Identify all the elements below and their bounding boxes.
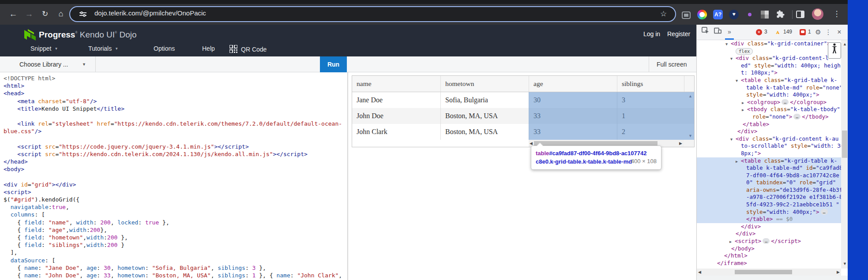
tree-line[interactable]: 8px;">	[697, 150, 841, 157]
collapsed-arrow-icon[interactable]: ▶	[742, 99, 747, 107]
code-line[interactable]: <meta charset="utf-8"/>	[0, 97, 347, 105]
code-line[interactable]: { field: "age",width:200},	[0, 226, 347, 234]
expanded-arrow-icon[interactable]: ▼	[736, 77, 741, 85]
close-icon[interactable]: ×	[834, 25, 845, 40]
login-link[interactable]: Log in	[643, 30, 660, 37]
color-wheel-extension-icon[interactable]	[697, 10, 707, 19]
devtools-horizontal-scrollbar[interactable]: ◀ ▶	[697, 269, 841, 276]
full-screen-link[interactable]: Full screen	[657, 56, 687, 72]
tree-line[interactable]: </iframe>	[697, 260, 841, 267]
code-line[interactable]: navigatable:true,	[0, 203, 347, 211]
expanded-arrow-icon[interactable]: ▼	[730, 136, 736, 143]
issues-badge-icon[interactable]	[800, 29, 806, 35]
tree-line[interactable]: ▶<script>…</script>	[697, 238, 841, 245]
side-panel-icon[interactable]	[796, 11, 804, 18]
menu-qr-code[interactable]: QR Code	[229, 45, 267, 53]
device-toolbar-icon[interactable]	[712, 25, 723, 40]
tree-line[interactable]: -a978-c27006f2192e e1f381b6-8	[697, 194, 841, 201]
devtools-menu-dots-icon[interactable]: ⋮	[823, 25, 833, 40]
grid-header-hometown[interactable]: hometown	[440, 76, 529, 92]
collapsed-arrow-icon[interactable]: ▶	[729, 238, 735, 246]
grid-vscroll-down-icon[interactable]: ▼	[688, 134, 692, 138]
code-line[interactable]: { field: "hometown",width:200 },	[0, 234, 347, 241]
inspect-element-icon[interactable]	[699, 25, 711, 40]
tree-line[interactable]: role="none">…</tbody>	[697, 113, 841, 121]
grid-cell-hometown[interactable]: Boston, MA, USA	[440, 108, 529, 124]
code-line[interactable]: { name: "Jane Doe", age: 30, hometown: "…	[0, 264, 347, 272]
tree-line[interactable]: </html>	[697, 252, 841, 260]
grid-cell-name[interactable]: Jane Doe	[352, 92, 440, 108]
tree-line[interactable]: </table> == $0	[697, 216, 841, 223]
error-badge-icon[interactable]: ✕	[756, 29, 762, 35]
code-line[interactable]: blue.css"/>	[0, 127, 347, 135]
tree-line[interactable]: </table>	[697, 121, 841, 128]
tree-line[interactable]: aria-owns="de13d9f6-28fe-4b3f	[697, 187, 841, 194]
tree-line[interactable]: </div>	[697, 128, 841, 135]
collapsed-arrow-icon[interactable]: ▶	[742, 106, 747, 114]
tree-line[interactable]: 0" tabindex="0" role="grid"	[697, 179, 841, 187]
tree-line[interactable]: ▶<colgroup>…</colgroup>	[697, 99, 841, 106]
grid-vscroll-up-icon[interactable]: ▲	[688, 94, 692, 98]
tree-line[interactable]: </body>	[697, 245, 841, 253]
brand-title[interactable]: Progress® Kendo UI® Dojo	[39, 30, 137, 40]
bookmark-star-icon[interactable]: ☆	[660, 9, 667, 19]
scroll-up-icon[interactable]: ▲	[843, 42, 847, 46]
code-line[interactable]: <script src="https://kendo.cdn.telerik.c…	[0, 150, 347, 158]
code-line[interactable]: <title>Kendo UI Snippet</title>	[0, 105, 347, 112]
tree-line[interactable]: 7-df00-4f64-9bd8-ac107742c8e	[697, 172, 841, 179]
url-text[interactable]: dojo.telerik.com/@pmilchev/OnoPacic	[94, 9, 206, 17]
scrollbar-thumb[interactable]	[534, 141, 658, 146]
menu-help[interactable]: Help	[202, 45, 215, 52]
code-line[interactable]: <head>	[0, 90, 347, 97]
code-line[interactable]	[0, 173, 347, 180]
devtools-vertical-scrollbar[interactable]: ▲ ▼	[841, 40, 848, 269]
tree-line[interactable]: ▶<table class="k-grid-table k-	[697, 157, 841, 165]
code-line[interactable]: { field: "siblings",width:200 }	[0, 241, 347, 249]
extensions-puzzle-icon[interactable]	[776, 10, 785, 19]
tree-line[interactable]: flex	[697, 48, 841, 55]
profile-avatar[interactable]	[812, 8, 823, 20]
menu-tutorials[interactable]: Tutorials▼	[88, 45, 118, 52]
extension-capture-icon[interactable]	[682, 11, 691, 19]
register-link[interactable]: Register	[667, 30, 690, 37]
grid-header-siblings[interactable]: siblings	[617, 76, 684, 92]
code-line[interactable]: <script src="https://code.jquery.com/jqu…	[0, 143, 347, 150]
code-line[interactable]: { field: "name", width: 200, locked: tru…	[0, 219, 347, 226]
tree-line[interactable]: table k-table-md" role="none"	[697, 84, 841, 92]
scroll-right-icon[interactable]: ▶	[679, 141, 682, 146]
site-info-icon[interactable]	[79, 10, 88, 19]
tree-line[interactable]: table k-table-md" id="ca9fad8	[697, 164, 841, 172]
menu-options[interactable]: Options	[154, 45, 175, 52]
forward-icon[interactable]: →	[22, 4, 37, 25]
tree-line[interactable]: ▼<div class="k-grid-content-l	[697, 55, 841, 62]
code-line[interactable]: <script>	[0, 188, 347, 196]
tree-line[interactable]: ▼<table class="k-grid-table k-	[697, 77, 841, 84]
tree-line[interactable]: style="width: 400px;">…	[697, 209, 841, 216]
tree-line[interactable]: ▶<tbody class="k-table-tbody"	[697, 106, 841, 113]
scrollbar-thumb[interactable]	[842, 131, 847, 158]
tree-line[interactable]: </div>	[697, 230, 841, 238]
tree-line[interactable]: ▼<div class="k-grid-container">	[697, 40, 841, 48]
tree-line[interactable]: to-scrollable" style="width: 36	[697, 142, 841, 150]
reload-icon[interactable]: ↻	[38, 4, 53, 25]
more-tabs-icon[interactable]: »	[723, 25, 736, 40]
grid-cell-hometown[interactable]: Sofia, Bulgaria	[440, 92, 529, 108]
code-line[interactable]: </head>	[0, 158, 347, 165]
error-count[interactable]: 3	[764, 25, 767, 40]
choose-library-dropdown[interactable]: Choose Library ...	[19, 56, 68, 72]
code-line[interactable]: <link rel="stylesheet" href="https://ken…	[0, 120, 347, 127]
run-button[interactable]: Run	[320, 56, 347, 72]
warning-badge-icon[interactable]: ▲!	[775, 28, 781, 36]
tree-line[interactable]: </div>	[697, 223, 841, 231]
code-line[interactable]: ],	[0, 249, 347, 256]
code-line[interactable]: <!DOCTYPE html>	[0, 75, 347, 82]
progress-logo-icon[interactable]	[24, 29, 38, 42]
code-line[interactable]: dataSource: [	[0, 257, 347, 264]
home-icon[interactable]: ⌂	[53, 4, 68, 25]
scroll-left-icon[interactable]: ◀	[698, 270, 701, 274]
heart-extension-icon[interactable]: ♥	[729, 10, 739, 19]
grayscale-grid-extension-icon[interactable]	[761, 11, 769, 19]
back-icon[interactable]: ←	[6, 4, 21, 25]
grid-header-age[interactable]: age	[529, 76, 617, 92]
tree-line[interactable]: 5fd-4923-99c2-21aebbce1b51 "	[697, 201, 841, 209]
